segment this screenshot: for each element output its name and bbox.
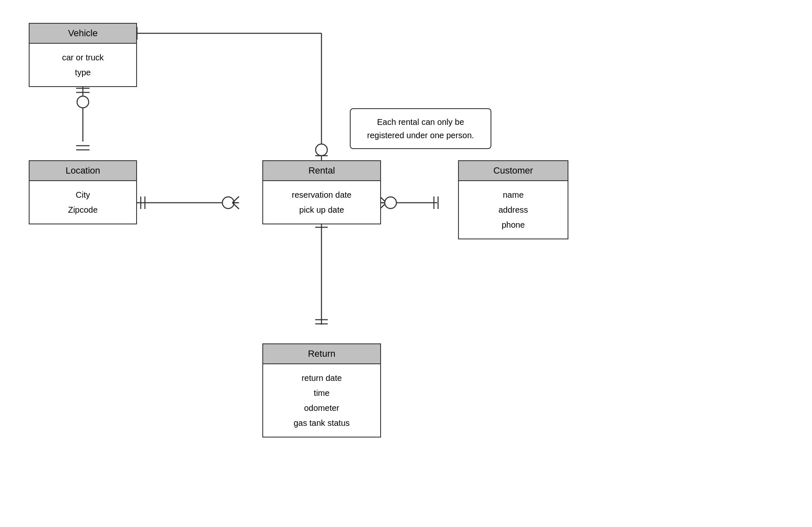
vehicle-attr-1: car or truck xyxy=(38,50,128,65)
svg-point-23 xyxy=(316,144,327,156)
return-attr-2: time xyxy=(271,385,372,400)
location-attr-2: Zipcode xyxy=(38,202,128,217)
return-body: return date time odometer gas tank statu… xyxy=(263,364,380,437)
customer-attr-1: name xyxy=(467,187,559,202)
svg-line-11 xyxy=(232,203,239,209)
customer-body: name address phone xyxy=(459,181,568,239)
return-attr-1: return date xyxy=(271,370,372,385)
customer-attr-2: address xyxy=(467,202,559,217)
vehicle-entity: Vehicle car or truck type xyxy=(29,23,137,87)
location-body: City Zipcode xyxy=(30,181,136,224)
customer-attr-3: phone xyxy=(467,217,559,232)
location-entity: Location City Zipcode xyxy=(29,160,137,224)
erd-diagram: Vehicle car or truck type Location City … xyxy=(0,0,812,527)
vehicle-header: Vehicle xyxy=(30,24,136,44)
svg-point-17 xyxy=(385,197,396,209)
rental-body: reservation date pick up date xyxy=(263,181,380,224)
vehicle-attr-2: type xyxy=(38,65,128,80)
svg-point-3 xyxy=(77,96,89,108)
return-attr-4: gas tank status xyxy=(271,415,372,430)
location-attr-1: City xyxy=(38,187,128,202)
customer-header: Customer xyxy=(459,161,568,181)
note-text: Each rental can only be registered under… xyxy=(367,117,474,140)
rental-attr-1: reservation date xyxy=(271,187,372,202)
return-attr-3: odometer xyxy=(271,400,372,415)
svg-line-10 xyxy=(232,196,239,203)
location-header: Location xyxy=(30,161,136,181)
rental-entity: Rental reservation date pick up date xyxy=(262,160,381,224)
svg-point-9 xyxy=(222,197,234,209)
return-entity: Return return date time odometer gas tan… xyxy=(262,343,381,438)
rental-header: Rental xyxy=(263,161,380,181)
rental-attr-2: pick up date xyxy=(271,202,372,217)
return-header: Return xyxy=(263,344,380,364)
vehicle-body: car or truck type xyxy=(30,44,136,86)
note-box: Each rental can only be registered under… xyxy=(350,108,491,149)
customer-entity: Customer name address phone xyxy=(458,160,568,239)
